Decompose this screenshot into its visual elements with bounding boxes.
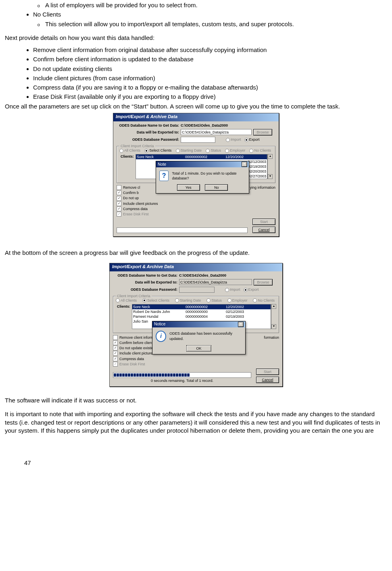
note-message: Total of 1 minute. Do you wish to update… (172, 171, 246, 181)
radio-starting-date: Starting Date (175, 298, 201, 303)
input-export-path: C:\ODES41\Odes_Datapizza (179, 279, 252, 285)
text: This selection will allow you to import/… (45, 21, 294, 27)
notice-title-bar: Notice × (152, 321, 245, 327)
checkbox-compress[interactable]: Compress data (117, 206, 275, 211)
checkbox-erase-disk: Erase Disk First (117, 212, 275, 217)
checkbox-pictures[interactable]: Include client pictures (117, 201, 275, 206)
sub-bullet: This selection will allow you to import/… (44, 20, 387, 28)
bullet: Confirm before client information is upd… (33, 55, 387, 63)
scroll-down-icon[interactable]: ▼ (268, 174, 273, 179)
dialog-title-text: Import/Export & Archive Data (112, 264, 174, 270)
radio-status: Status (206, 298, 222, 303)
page-content: A list of employers will be provided for… (0, 1, 392, 483)
text: Do not update existing clients (33, 65, 112, 72)
radio-starting-date[interactable]: Starting Date (176, 148, 202, 153)
text: Erase Disk First (available only if you … (33, 93, 216, 100)
progress-text: 0 seconds remaining. Total of 1 record. (113, 378, 251, 383)
radio-select-clients[interactable]: Select Clients (144, 148, 171, 153)
list-row: Parneet Hundal 00000000004 02/19/2003 (132, 314, 271, 319)
value-db-name: C:\ODES41\Odes_Data2000 (181, 123, 228, 128)
paragraph: It is important to note that with import… (5, 410, 387, 435)
bullet: Compress data (if you are saving it to a… (33, 83, 387, 92)
label-password: ODES Database Password: (117, 137, 179, 142)
question-icon: ? (159, 171, 169, 181)
label-export-to: Data will be Exported to: (117, 130, 179, 135)
text: A list of employers will be provided for… (45, 2, 198, 8)
browse-button[interactable]: Browse (253, 129, 272, 135)
bullet: Remove client information from original … (33, 46, 387, 54)
radio-import: Import (225, 287, 240, 292)
cancel-button[interactable]: Cancel (256, 377, 279, 383)
list-row[interactable]: Sore Neck 00000000002 12/20/2002 (136, 154, 267, 159)
scroll-up-icon[interactable]: ▲ (268, 154, 273, 159)
ok-button[interactable]: OK (186, 345, 211, 352)
radio-employer: Employer (227, 298, 248, 303)
import-export-dialog: Import/Export & Archive Data ODES Databa… (113, 113, 279, 237)
radio-no-clients: No Clients (253, 298, 275, 303)
browse-button: Browse (254, 279, 273, 286)
close-icon[interactable]: × (238, 322, 244, 327)
import-export-dialog-2: Import/Export & Archive Data ODES Databa… (109, 263, 283, 387)
label-export-to: Data will be Exported to: (113, 280, 177, 285)
checkbox-compress: Compress data (113, 356, 279, 361)
dialog-title-bar: Import/Export & Archive Data (113, 113, 279, 121)
note-dialog: Note × ? Total of 1 minute. Do you wish … (156, 161, 249, 194)
value-db-name: C:\ODES41\Odes_Data2000 (179, 273, 226, 278)
list-row: Sore Neck 00000000002 12/20/2002 (132, 304, 271, 309)
radio-no-clients[interactable]: No Clients (249, 148, 271, 153)
text: No Clients (33, 11, 61, 18)
radio-export[interactable]: Export (244, 137, 260, 142)
input-export-path[interactable]: C:\ODES41\Odes_Datapizza (181, 129, 252, 135)
label-db-name: ODES Database Name to Get Data: (117, 123, 179, 128)
info-icon: i (156, 331, 166, 342)
input-password[interactable] (181, 137, 215, 143)
dialog-title-bar: Import/Export & Archive Data (110, 263, 282, 271)
text: Compress data (if you are saving it to a… (33, 84, 258, 91)
note-title-bar: Note × (156, 161, 249, 167)
figure-2: Import/Export & Archive Data ODES Databa… (5, 263, 387, 387)
close-icon[interactable]: × (242, 162, 247, 167)
radio-employer[interactable]: Employer (225, 148, 245, 153)
paragraph: Once all the parameters are set up click… (5, 102, 387, 110)
scroll-up-icon: ▲ (271, 304, 276, 309)
text: Remove client information from original … (33, 46, 267, 53)
no-button[interactable]: No (205, 184, 228, 191)
start-button[interactable]: Start (252, 219, 275, 225)
group-title: Client Import Criteria (116, 294, 152, 298)
start-button: Start (256, 369, 279, 375)
paragraph: At the bottom of the screen a progress b… (5, 249, 387, 257)
bullet-no-clients: No Clients (33, 10, 387, 19)
bullet: Erase Disk First (available only if you … (33, 93, 387, 101)
input-password (179, 287, 215, 293)
notice-message: ODES database has been successfully upda… (169, 331, 242, 341)
paragraph: The software will indicate if it was suc… (5, 396, 387, 404)
radio-all-clients[interactable]: All Clients (119, 148, 140, 153)
progress-bar (113, 372, 251, 378)
note-title-text: Note (158, 162, 166, 167)
page-number: 47 (24, 459, 387, 467)
bullet: Do not update existing clients (33, 65, 387, 73)
radio-import[interactable]: Import (226, 137, 241, 142)
text: Include client pictures (from case infor… (33, 75, 155, 81)
scrollbar: ▲ ▼ (271, 304, 276, 329)
paragraph: Next provide details on how you want thi… (5, 34, 387, 42)
cancel-button[interactable]: Cancel (252, 227, 275, 233)
scrollbar[interactable]: ▲ ▼ (267, 154, 273, 179)
radio-export: Export (244, 287, 259, 292)
label-password: ODES Database Password: (113, 287, 177, 292)
notice-dialog: Notice × i ODES database has been succes… (152, 321, 246, 354)
sub-bullet: A list of employers will be provided for… (44, 1, 387, 9)
label-db-name: ODES Database Name to Get Data: (113, 273, 177, 278)
label-clients: Clients: (116, 304, 130, 309)
yes-button[interactable]: Yes (177, 184, 200, 191)
figure-1: Import/Export & Archive Data ODES Databa… (5, 113, 387, 237)
radio-select-clients: Select Clients (142, 298, 169, 303)
checkbox-no-update[interactable]: Do not up (117, 196, 275, 200)
label-clients: Clients: (119, 154, 134, 159)
list-row: Robert De Nardis John 00000000000 02/12/… (132, 309, 271, 314)
text: Confirm before client information is upd… (33, 56, 194, 63)
group-title: Client Import Criteria (119, 144, 155, 148)
progress-bar (117, 227, 248, 233)
radio-status[interactable]: Status (206, 148, 221, 153)
checkbox-erase-disk: Erase Disk First (113, 362, 279, 367)
